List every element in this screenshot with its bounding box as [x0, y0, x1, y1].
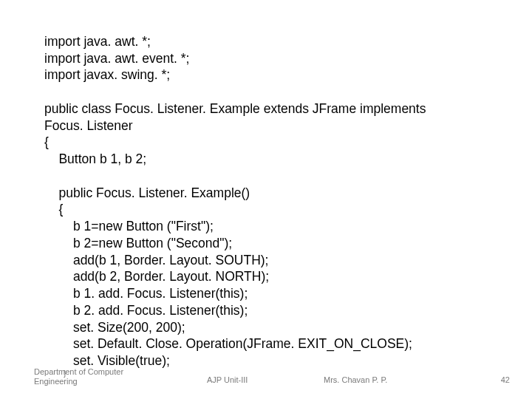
code-line: add(b 1, Border. Layout. SOUTH);	[44, 253, 268, 267]
code-line: set. Default. Close. Operation(JFrame. E…	[44, 336, 412, 351]
code-line: set. Size(200, 200);	[44, 320, 185, 335]
code-line: Button b 1, b 2;	[44, 151, 146, 166]
code-line: {	[44, 134, 49, 149]
code-line: b 1=new Button ("First");	[44, 219, 214, 233]
footer-dept-line1: Department of Computer	[34, 367, 123, 376]
code-line: b 2. add. Focus. Listener(this);	[44, 303, 248, 318]
code-line: import java. awt. *;	[44, 34, 151, 49]
slide: import java. awt. *; import java. awt. e…	[0, 0, 532, 399]
footer-page-number: 42	[488, 375, 510, 384]
code-line: b 2=new Button ("Second");	[44, 236, 232, 250]
footer-dept-line2: Engineering	[34, 377, 78, 386]
footer-department: Department of Computer Engineering	[34, 367, 167, 388]
code-line: Focus. Listener	[44, 118, 133, 133]
footer-author: Mrs. Chavan P. P.	[324, 375, 457, 384]
footer-unit: AJP Unit-III	[207, 375, 296, 384]
code-line: import javax. swing. *;	[44, 67, 170, 82]
code-line: import java. awt. event. *;	[44, 51, 189, 66]
footer: } Department of Computer Engineering AJP…	[0, 362, 532, 387]
code-block: import java. awt. *; import java. awt. e…	[44, 16, 502, 369]
code-line: public Focus. Listener. Example()	[44, 185, 250, 200]
code-line: public class Focus. Listener. Example ex…	[44, 101, 426, 116]
code-line: {	[44, 202, 63, 216]
code-line: add(b 2, Border. Layout. NORTH);	[44, 269, 269, 284]
code-line: b 1. add. Focus. Listener(this);	[44, 286, 248, 301]
